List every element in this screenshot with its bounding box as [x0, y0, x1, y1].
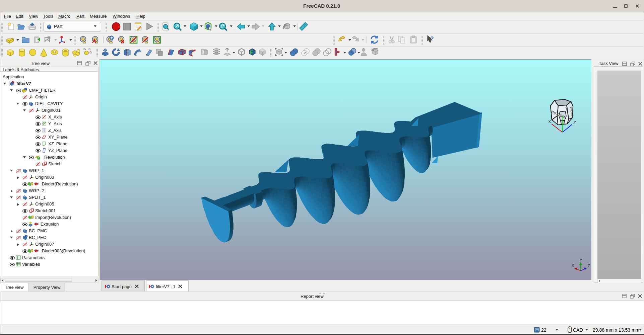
svg-text:Z: Z — [588, 264, 590, 268]
svg-text:F: F — [250, 49, 253, 55]
svg-text:X: X — [548, 119, 551, 124]
svg-text:?: ? — [430, 35, 434, 42]
svg-text:Y: Y — [580, 258, 582, 262]
svg-text:Z: Z — [573, 120, 576, 125]
svg-text:Y: Y — [565, 107, 568, 111]
svg-text:X: X — [572, 263, 574, 267]
